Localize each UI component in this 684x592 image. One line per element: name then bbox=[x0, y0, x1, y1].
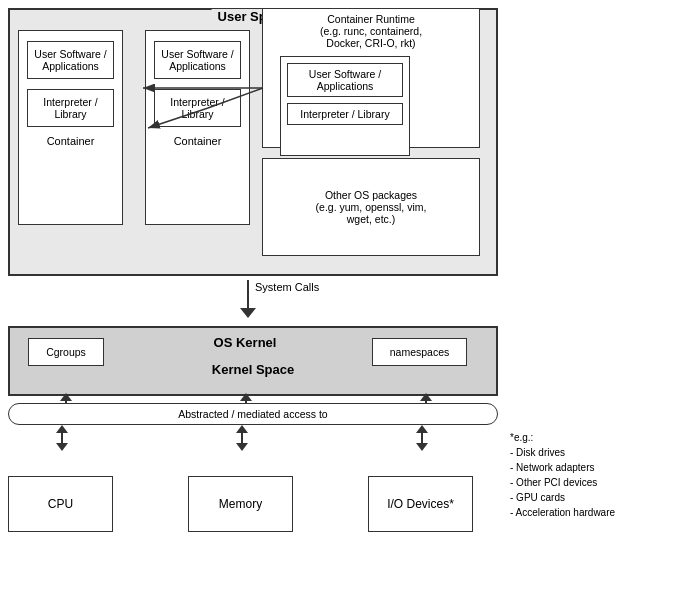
note-item-3: - Other PCI devices bbox=[510, 477, 597, 488]
bidir-arrow-cpu bbox=[56, 425, 68, 451]
container1-app: User Software / Applications bbox=[27, 41, 114, 79]
runtime-label: Container Runtime(e.g. runc, containerd,… bbox=[263, 9, 479, 51]
note-asterisk: *e.g.: bbox=[510, 432, 533, 443]
diagram: User Space User Software / Applications … bbox=[0, 0, 684, 592]
container2-label: Container bbox=[146, 135, 249, 147]
note-item-1: - Disk drives bbox=[510, 447, 565, 458]
arrow-head bbox=[240, 308, 256, 318]
system-calls-label: System Calls bbox=[255, 281, 319, 293]
bidir-arrow-memory bbox=[236, 425, 248, 451]
container2-app: User Software / Applications bbox=[154, 41, 241, 79]
runtime-inner-lib: Interpreter / Library bbox=[287, 103, 403, 125]
runtime-inner-box: User Software / Applications Interpreter… bbox=[280, 56, 410, 156]
container-box-1: User Software / Applications Interpreter… bbox=[18, 30, 123, 225]
cgroups-box: Cgroups bbox=[28, 338, 104, 366]
io-box: I/O Devices* bbox=[368, 476, 473, 532]
os-kernel-label: OS Kernel bbox=[170, 335, 320, 350]
bidir-arrow-io bbox=[416, 425, 428, 451]
container2-lib: Interpreter / Library bbox=[154, 89, 241, 127]
container1-label: Container bbox=[19, 135, 122, 147]
note-item-2: - Network adapters bbox=[510, 462, 594, 473]
abstracted-bar: Abstracted / mediated access to bbox=[8, 403, 498, 425]
cpu-box: CPU bbox=[8, 476, 113, 532]
arrow-line-up bbox=[247, 280, 249, 308]
os-packages-label: Other OS packages(e.g. yum, openssl, vim… bbox=[316, 189, 427, 225]
container-box-2: User Software / Applications Interpreter… bbox=[145, 30, 250, 225]
namespaces-box: namespaces bbox=[372, 338, 467, 366]
runtime-inner-app: User Software / Applications bbox=[287, 63, 403, 97]
note-box: *e.g.: - Disk drives - Network adapters … bbox=[510, 430, 675, 520]
note-item-4: - GPU cards bbox=[510, 492, 565, 503]
memory-box: Memory bbox=[188, 476, 293, 532]
note-item-5: - Acceleration hardware bbox=[510, 507, 615, 518]
container1-lib: Interpreter / Library bbox=[27, 89, 114, 127]
system-calls-arrow bbox=[240, 280, 256, 318]
os-packages-box: Other OS packages(e.g. yum, openssl, vim… bbox=[262, 158, 480, 256]
